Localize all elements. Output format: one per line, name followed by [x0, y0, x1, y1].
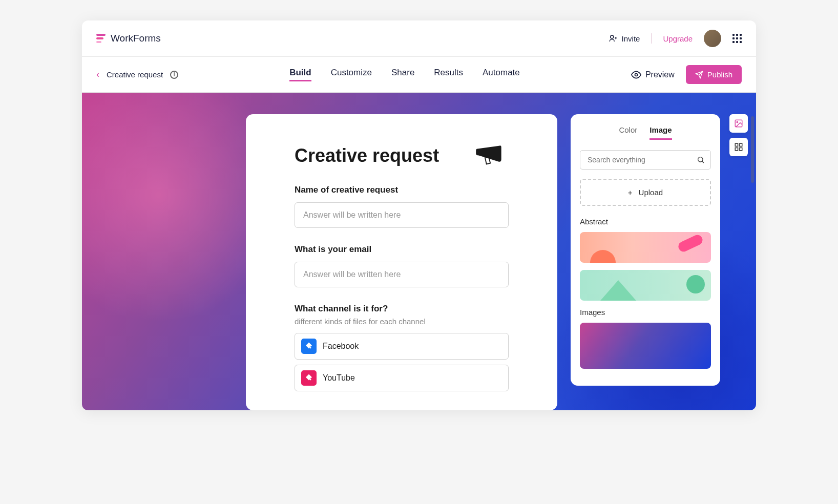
- panel-tab-image[interactable]: Image: [650, 125, 672, 140]
- app-window: WorkForms Invite Upgrade ‹ Creative requ…: [82, 20, 756, 410]
- tool-background[interactable]: [729, 114, 748, 133]
- svg-rect-5: [735, 143, 738, 146]
- upload-label: Upload: [639, 188, 663, 197]
- tab-results[interactable]: Results: [434, 68, 463, 81]
- svg-point-0: [610, 35, 613, 38]
- field-email[interactable]: What is your email: [295, 244, 509, 287]
- brand-name: WorkForms: [111, 33, 161, 44]
- tab-automate[interactable]: Automate: [483, 68, 520, 81]
- preview-button[interactable]: Preview: [631, 70, 675, 80]
- info-icon[interactable]: i: [170, 71, 178, 79]
- section-images: Images: [580, 308, 711, 317]
- back-chevron-icon[interactable]: ‹: [96, 69, 99, 80]
- avatar[interactable]: [704, 30, 721, 47]
- svg-point-2: [698, 157, 703, 162]
- apps-menu-icon[interactable]: [732, 34, 742, 43]
- field-label: Name of creative request: [295, 185, 509, 195]
- field-label: What channel is it for?: [295, 304, 509, 314]
- scrollbar[interactable]: [751, 116, 754, 183]
- field-name[interactable]: Name of creative request: [295, 185, 509, 228]
- form-header: Creative request: [295, 145, 509, 166]
- thumb-abstract-1[interactable]: [580, 232, 711, 263]
- float-tools: [729, 114, 748, 156]
- send-icon: [695, 71, 703, 79]
- background-panel: Color Image + Upload Abstract Images: [571, 114, 720, 386]
- topbar: WorkForms Invite Upgrade: [82, 20, 756, 57]
- channel-option-youtube[interactable]: YouTube: [295, 365, 509, 391]
- topbar-actions: Invite Upgrade: [609, 30, 742, 47]
- tool-layout[interactable]: [729, 138, 748, 156]
- breadcrumb-title[interactable]: Creative request: [107, 70, 163, 79]
- channel-label: Facebook: [323, 342, 359, 351]
- plus-icon: +: [628, 188, 633, 197]
- nav-actions: Preview Publish: [631, 65, 742, 84]
- breadcrumb: ‹ Creative request i: [96, 69, 178, 80]
- form-title[interactable]: Creative request: [295, 145, 439, 166]
- upgrade-link[interactable]: Upgrade: [663, 34, 693, 43]
- publish-label: Publish: [707, 70, 732, 79]
- svg-rect-8: [740, 148, 742, 151]
- channel-option-facebook[interactable]: Facebook: [295, 333, 509, 360]
- channel-label: YouTube: [323, 373, 355, 383]
- brand-logo[interactable]: WorkForms: [96, 33, 161, 44]
- email-input[interactable]: [295, 262, 509, 287]
- tab-customize[interactable]: Customize: [331, 68, 372, 81]
- svg-point-1: [635, 73, 637, 76]
- search-input[interactable]: [580, 150, 711, 170]
- megaphone-icon[interactable]: [475, 145, 509, 166]
- nav-tabs: Build Customize Share Results Automate: [289, 68, 520, 81]
- field-sublabel: different kinds of files for each channe…: [295, 317, 509, 326]
- paint-bucket-icon: [301, 339, 317, 354]
- navbar: ‹ Creative request i Build Customize Sha…: [82, 57, 756, 93]
- grid-icon: [734, 142, 743, 152]
- paint-bucket-icon: [301, 370, 317, 386]
- eye-icon: [631, 70, 641, 80]
- tab-build[interactable]: Build: [289, 68, 311, 81]
- publish-button[interactable]: Publish: [686, 65, 742, 84]
- invite-label: Invite: [622, 34, 640, 43]
- divider: [651, 33, 652, 44]
- search-icon: [697, 156, 705, 164]
- invite-icon: [609, 34, 618, 43]
- upload-button[interactable]: + Upload: [580, 179, 711, 206]
- image-icon: [734, 119, 743, 128]
- panel-tabs: Color Image: [580, 125, 711, 140]
- name-input[interactable]: [295, 202, 509, 228]
- panel-tab-color[interactable]: Color: [619, 125, 637, 140]
- canvas: Creative request Name of creative reques…: [82, 93, 756, 410]
- section-abstract: Abstract: [580, 217, 711, 226]
- preview-label: Preview: [645, 70, 675, 79]
- tab-share[interactable]: Share: [391, 68, 414, 81]
- thumb-abstract-2[interactable]: [580, 270, 711, 301]
- field-channel[interactable]: What channel is it for? different kinds …: [295, 304, 509, 391]
- thumb-image-1[interactable]: [580, 323, 711, 369]
- svg-rect-7: [735, 148, 738, 151]
- search-box: [580, 150, 711, 170]
- form-card[interactable]: Creative request Name of creative reques…: [246, 114, 557, 410]
- svg-rect-6: [740, 143, 742, 146]
- field-label: What is your email: [295, 244, 509, 255]
- logo-icon: [96, 34, 106, 43]
- svg-point-4: [737, 121, 738, 122]
- invite-button[interactable]: Invite: [609, 34, 640, 43]
